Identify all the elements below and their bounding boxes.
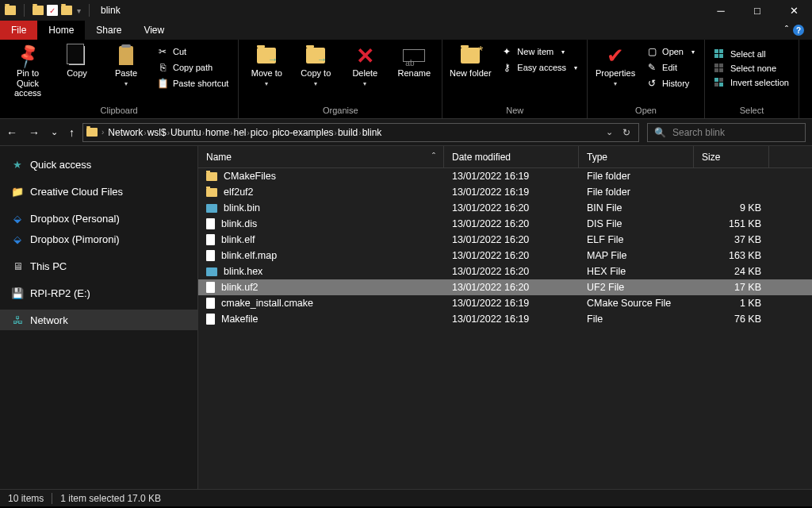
- column-size[interactable]: Size: [694, 146, 769, 167]
- move-to-button[interactable]: Move to▾: [243, 41, 289, 87]
- qat-properties-icon[interactable]: ✓: [47, 5, 58, 16]
- search-placeholder: Search blink: [672, 127, 725, 138]
- invert-selection-icon: [714, 78, 726, 87]
- folder-icon: [206, 188, 217, 197]
- file-name: cmake_install.cmake: [221, 298, 313, 309]
- file-size: 9 KB: [694, 202, 769, 214]
- chevron-right-icon[interactable]: ›: [101, 128, 105, 137]
- copy-path-icon: ⎘: [157, 62, 168, 73]
- sidebar-item[interactable]: 🖧Network: [0, 310, 197, 330]
- file-row[interactable]: cmake_install.cmake13/01/2022 16:19CMake…: [198, 295, 812, 311]
- copy-to-button[interactable]: Copy to▾: [293, 41, 339, 87]
- sidebar-item[interactable]: ⬙Dropbox (Pimoroni): [0, 229, 197, 249]
- breadcrumb-segment[interactable]: pico: [251, 127, 268, 138]
- file-type: MAP File: [579, 250, 694, 261]
- file-icon: [206, 218, 215, 229]
- breadcrumb-segment[interactable]: blink: [362, 127, 382, 138]
- file-row[interactable]: blink.elf.map13/01/2022 16:20MAP File163…: [198, 248, 812, 264]
- rename-button[interactable]: Rename: [391, 41, 437, 79]
- breadcrumb-segment[interactable]: hel: [233, 127, 246, 138]
- window-title: blink: [101, 5, 121, 16]
- new-folder-button[interactable]: New folder: [447, 41, 493, 79]
- select-all-button[interactable]: Select all: [710, 48, 794, 60]
- file-row[interactable]: elf2uf213/01/2022 16:19File folder: [198, 184, 812, 200]
- sidebar-item-label: Creative Cloud Files: [30, 186, 123, 198]
- edit-button[interactable]: ✎Edit: [642, 60, 699, 75]
- breadcrumb-segment[interactable]: Network: [108, 127, 143, 138]
- group-label-clipboard: Clipboard: [5, 104, 233, 118]
- qat-folder-icon[interactable]: [33, 6, 44, 15]
- qat-dropdown-icon[interactable]: ▾: [75, 6, 81, 15]
- address-bar[interactable]: › Network›wsl$›Ubuntu›home›hel›pico›pico…: [82, 123, 639, 142]
- copy-path-button[interactable]: ⎘Copy path: [152, 60, 233, 75]
- file-row[interactable]: blink.dis13/01/2022 16:20DIS File151 KB: [198, 216, 812, 232]
- net-icon: 🖧: [11, 314, 24, 326]
- file-size: 24 KB: [694, 266, 769, 277]
- ribbon-collapse-icon[interactable]: ˆ: [785, 25, 788, 36]
- sidebar-item[interactable]: 💾RPI-RP2 (E:): [0, 283, 197, 303]
- history-icon: ↺: [646, 78, 657, 89]
- tab-view[interactable]: View: [132, 21, 175, 40]
- column-headers: Name Date modified Type Size: [198, 146, 812, 168]
- nav-back-button[interactable]: ←: [6, 126, 17, 139]
- file-row[interactable]: blink.hex13/01/2022 16:20HEX File24 KB: [198, 264, 812, 279]
- tab-file[interactable]: File: [0, 21, 37, 40]
- file-type: CMake Source File: [579, 298, 694, 309]
- sidebar-item[interactable]: ⬙Dropbox (Personal): [0, 208, 197, 229]
- help-icon[interactable]: ?: [793, 25, 804, 36]
- pin-to-quick-access-button[interactable]: 📌 Pin to Quick access: [5, 41, 51, 98]
- file-row[interactable]: Makefile13/01/2022 16:19File76 KB: [198, 311, 812, 327]
- file-row[interactable]: CMakeFiles13/01/2022 16:19File folder: [198, 168, 812, 184]
- sidebar-item[interactable]: 🖥This PC: [0, 256, 197, 276]
- breadcrumb-segment[interactable]: Ubuntu: [170, 127, 201, 138]
- close-button[interactable]: ✕: [776, 0, 812, 21]
- file-row[interactable]: blink.elf13/01/2022 16:20ELF File37 KB: [198, 232, 812, 248]
- pc-icon: 🖥: [11, 260, 24, 272]
- breadcrumb-segment[interactable]: build: [338, 127, 358, 138]
- dbx-icon: ⬙: [11, 233, 24, 245]
- delete-button[interactable]: ✕ Delete▾: [342, 41, 388, 87]
- tab-home[interactable]: Home: [37, 21, 85, 40]
- breadcrumb-segment[interactable]: home: [205, 127, 229, 138]
- paste-button[interactable]: Paste ▾: [103, 41, 149, 87]
- refresh-button[interactable]: ↻: [622, 127, 630, 138]
- properties-button[interactable]: ✔ Properties▾: [592, 41, 638, 87]
- paste-shortcut-icon: 📋: [157, 78, 168, 89]
- paste-shortcut-button[interactable]: 📋Paste shortcut: [152, 76, 233, 90]
- search-box[interactable]: 🔍 Search blink: [647, 123, 806, 142]
- column-date[interactable]: Date modified: [444, 146, 579, 167]
- open-button[interactable]: ▢Open ▾: [642, 44, 699, 59]
- address-dropdown-icon[interactable]: ⌄: [606, 127, 613, 137]
- copy-button[interactable]: Copy: [54, 41, 100, 79]
- nav-recent-dropdown[interactable]: ⌄: [51, 127, 58, 137]
- file-type: File folder: [579, 171, 694, 182]
- sidebar-item[interactable]: 📁Creative Cloud Files: [0, 181, 197, 202]
- column-type[interactable]: Type: [579, 146, 694, 167]
- history-button[interactable]: ↺History: [642, 76, 699, 90]
- pin-icon: 📌: [13, 41, 42, 70]
- minimize-button[interactable]: ─: [703, 0, 739, 21]
- ribbon: 📌 Pin to Quick access Copy Paste ▾ ✂Cut …: [0, 40, 812, 119]
- column-name[interactable]: Name: [198, 146, 444, 167]
- file-size: 37 KB: [694, 234, 769, 245]
- invert-selection-button[interactable]: Invert selection: [710, 76, 794, 89]
- nav-forward-button[interactable]: →: [29, 126, 40, 139]
- breadcrumb-segment[interactable]: pico-examples: [272, 127, 333, 138]
- nav-up-button[interactable]: ↑: [69, 126, 75, 139]
- cut-button[interactable]: ✂Cut: [152, 44, 233, 59]
- maximize-button[interactable]: □: [739, 0, 776, 21]
- file-list[interactable]: CMakeFiles13/01/2022 16:19File folderelf…: [198, 168, 812, 489]
- tab-share[interactable]: Share: [85, 21, 132, 40]
- new-item-icon: ✦: [501, 46, 512, 57]
- file-row[interactable]: blink.bin13/01/2022 16:20BIN File9 KB: [198, 200, 812, 216]
- new-folder-icon: [461, 48, 480, 64]
- sidebar-item[interactable]: ★Quick access: [0, 154, 197, 175]
- breadcrumb-segment[interactable]: wsl$: [147, 127, 167, 138]
- file-row[interactable]: blink.uf213/01/2022 16:20UF2 File17 KB: [198, 279, 812, 295]
- file-date: 13/01/2022 16:20: [444, 202, 579, 214]
- new-item-button[interactable]: ✦New item ▾: [496, 44, 582, 59]
- easy-access-button[interactable]: ⚷Easy access ▾: [496, 60, 582, 75]
- qat-folder2-icon[interactable]: [61, 6, 72, 15]
- file-type: File folder: [579, 187, 694, 198]
- select-none-button[interactable]: Select none: [710, 62, 794, 75]
